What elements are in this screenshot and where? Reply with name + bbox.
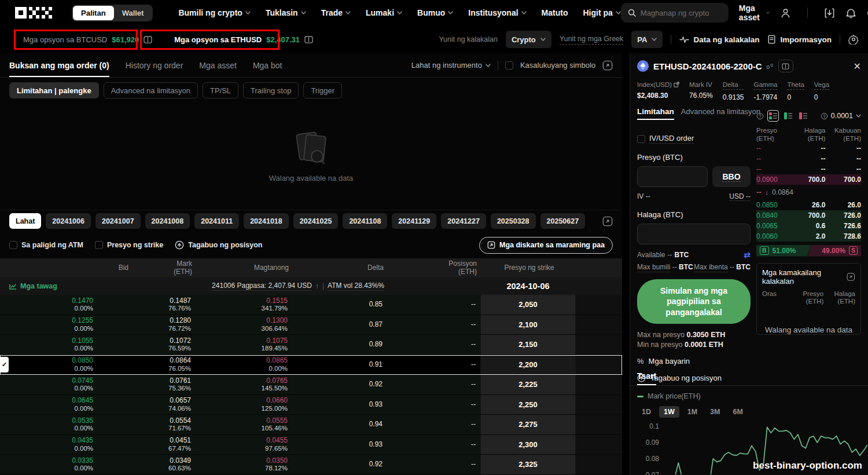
option-row-strike-2-100[interactable]: 0.12550.00%0.128076.72%0.1300306.64%0.87… — [0, 315, 622, 335]
bid-row[interactable]: 0.00650.6726.6 — [756, 221, 861, 231]
nav-item-institusyonal[interactable]: Institusyonal — [468, 8, 526, 17]
start-options-trading-button[interactable]: Simulan ang mga pagpipilian sa pangangal… — [637, 279, 751, 324]
notifications-bell-icon[interactable] — [845, 8, 856, 19]
external-link-icon[interactable] — [674, 82, 679, 87]
multileg-strategies-button[interactable]: Mga diskarte sa maraming paa — [479, 237, 613, 254]
amount-input[interactable] — [637, 224, 751, 244]
tab-history-ng-order[interactable]: History ng order — [126, 53, 183, 77]
crypto-search[interactable] — [621, 3, 729, 23]
nav-item-lumaki[interactable]: Lumaki — [366, 8, 402, 17]
option-row-strike-2-150[interactable]: 0.10550.00%0.107276.59%0.1075189.45%0.89… — [0, 335, 622, 355]
order-type-trailing-stop[interactable]: Trailing stop — [243, 82, 299, 98]
ask-row[interactable]: ------ — [756, 154, 861, 164]
expiry-tab-20241025[interactable]: 20241025 — [293, 213, 339, 229]
price-input[interactable] — [637, 166, 708, 187]
okx-logo-icon[interactable] — [15, 7, 53, 19]
option-row-strike-2-300[interactable]: 0.04350.00%0.045167.47%0.045597.65%0.93-… — [0, 435, 622, 455]
timeframe-1m[interactable]: 1M — [683, 406, 702, 418]
information-link[interactable]: Impormasyon — [767, 35, 832, 44]
expiry-tab-20241129[interactable]: 20241129 — [392, 213, 436, 229]
expiry-tab-20241018[interactable]: 20241018 — [244, 213, 289, 229]
toggle-exchange[interactable]: Palitan — [73, 6, 114, 20]
order-type-trigger[interactable]: Trigger — [303, 82, 342, 98]
checkbox[interactable] — [95, 241, 103, 249]
col-header-magtanong: Magtanong — [197, 264, 293, 272]
trade-unit-select[interactable]: Crypto — [506, 31, 551, 48]
option-row-strike-2-275[interactable]: 0.05350.00%0.055471.67%0.0555105.46%0.94… — [0, 415, 622, 435]
instrument-filter-dropdown[interactable]: Lahat ng instrumento — [411, 61, 491, 70]
timeframe-6m[interactable]: 6M — [728, 406, 747, 418]
order-type-limitahan-palengke[interactable]: Limitahan | palengke — [9, 82, 99, 98]
expiry-tab-20241007[interactable]: 20241007 — [95, 213, 141, 229]
fees-link[interactable]: % Mga bayarin — [637, 357, 751, 366]
expiry-tab-20250328[interactable]: 20250328 — [491, 213, 536, 229]
tab-buksan-ang-mga-order-0[interactable]: Buksan ang mga order (0) — [9, 53, 109, 77]
expiry-tab-20241006[interactable]: 20241006 — [46, 213, 91, 229]
book-view-combined-icon[interactable] — [767, 110, 779, 122]
tab-mga-asset[interactable]: Mga asset — [199, 53, 237, 77]
checkbox[interactable] — [637, 135, 645, 143]
btc-options-tab[interactable]: Mga opsyon sa BTCUSD $61,920 — [17, 31, 158, 49]
timeframe-1d[interactable]: 1D — [637, 406, 656, 418]
expiry-tab-20250627[interactable]: 20250627 — [540, 213, 586, 229]
greek-unit-select[interactable]: PA — [631, 31, 663, 48]
tab-limit[interactable]: Limitahan — [637, 107, 674, 116]
nav-item-trade[interactable]: Trade — [321, 8, 351, 17]
option-row-strike-2-050[interactable]: 0.14700.00%0.148776.76%0.1515341.79%0.85… — [0, 295, 622, 315]
bid-row[interactable]: 0.00602.0728.6 — [756, 231, 861, 242]
tick-size-select[interactable]: 0.0001 — [821, 112, 861, 120]
orderbook-toggle-button[interactable] — [778, 60, 793, 72]
ivusd-order-checkbox[interactable]: IV/USD order — [637, 134, 751, 144]
expiry-tab-20241227[interactable]: 20241227 — [441, 213, 486, 229]
option-row-strike-2-200[interactable]: 0.08500.00%0.086476.05%0.08650.00%0.91--… — [0, 355, 622, 375]
expand-icon[interactable] — [847, 272, 855, 282]
around-atm-checkbox[interactable]: Sa paligid ng ATM — [9, 241, 83, 249]
ask-row[interactable]: ------ — [756, 164, 861, 174]
settings-gear-icon[interactable] — [848, 34, 859, 45]
profile-icon[interactable] — [780, 8, 791, 19]
nav-item-bumuo[interactable]: Bumuo — [417, 8, 453, 17]
current-symbol-checkbox[interactable] — [505, 61, 513, 70]
tab-advanced-limit[interactable]: Advanced na limitasyon — [681, 107, 760, 116]
search-input[interactable] — [641, 9, 722, 17]
trading-data-link[interactable]: Data ng kalakalan — [679, 35, 759, 44]
expiry-tab-20241108[interactable]: 20241108 — [343, 213, 387, 229]
bbo-button[interactable]: BBO — [712, 166, 751, 187]
nav-item-tuklasin[interactable]: Tuklasin — [266, 8, 306, 17]
ask-row[interactable]: 0.0900700.0700.0 — [756, 174, 861, 185]
timeframe-1w[interactable]: 1W — [659, 406, 679, 418]
checkbox[interactable] — [9, 241, 17, 249]
timeframe-3m[interactable]: 3M — [705, 406, 724, 418]
help-circle-icon[interactable] — [756, 112, 764, 120]
tab-mga-bot[interactable]: Mga bot — [253, 53, 282, 77]
expiry-tab-20241011[interactable]: 20241011 — [194, 213, 239, 229]
nav-item-higit-pa[interactable]: Higit pa — [583, 8, 621, 17]
bid-row[interactable]: 0.085026.026.0 — [756, 200, 861, 210]
strike-price-checkbox[interactable]: Presyo ng strike — [95, 241, 163, 249]
option-row-strike-2-325[interactable]: 0.03350.00%0.034960.63%0.035078.12%0.92-… — [0, 455, 622, 475]
compare-icon[interactable]: oo — [767, 62, 774, 70]
eth-options-tab[interactable]: Mga opsyon sa ETHUSD $2,407.31 — [168, 31, 319, 49]
toggle-wallet[interactable]: Wallet — [114, 6, 152, 20]
order-type-tp-sl[interactable]: TP/SL — [203, 82, 238, 98]
close-icon[interactable]: ✕ — [854, 61, 861, 72]
ask-row[interactable]: ------ — [756, 143, 861, 154]
option-row-strike-2-250[interactable]: 0.06450.00%0.065774.06%0.0660125.00%0.93… — [0, 395, 622, 415]
swap-icon[interactable]: ⇄ — [744, 250, 751, 260]
expiry-tab-lahat[interactable]: Lahat — [9, 213, 41, 229]
bid-row[interactable]: 0.0840700.0726.0 — [756, 210, 861, 221]
download-app-icon[interactable] — [824, 8, 835, 19]
order-type-advanced-na-limitasyon[interactable]: Advanced na limitasyon — [104, 82, 198, 98]
calls-label[interactable]: Mga tawag — [0, 282, 116, 290]
expand-icon[interactable] — [602, 216, 613, 226]
assets-dropdown[interactable]: Mga asset — [739, 3, 770, 22]
expand-icon[interactable] — [602, 60, 613, 71]
position-builder-toggle[interactable]: Tagabuo ng posisyon — [175, 240, 262, 250]
expiry-tab-20241008[interactable]: 20241008 — [145, 213, 190, 229]
book-view-asks-icon[interactable] — [797, 110, 809, 122]
nav-item-bumili-ng-crypto[interactable]: Bumili ng crypto — [178, 8, 250, 17]
option-row-strike-2-225[interactable]: 0.07450.00%0.076175.36%0.0765145.50%0.92… — [0, 375, 622, 395]
book-view-bids-icon[interactable] — [782, 110, 794, 122]
nav-item-matuto[interactable]: Matuto — [542, 8, 568, 17]
chart-tab[interactable]: Tsart — [637, 371, 656, 385]
